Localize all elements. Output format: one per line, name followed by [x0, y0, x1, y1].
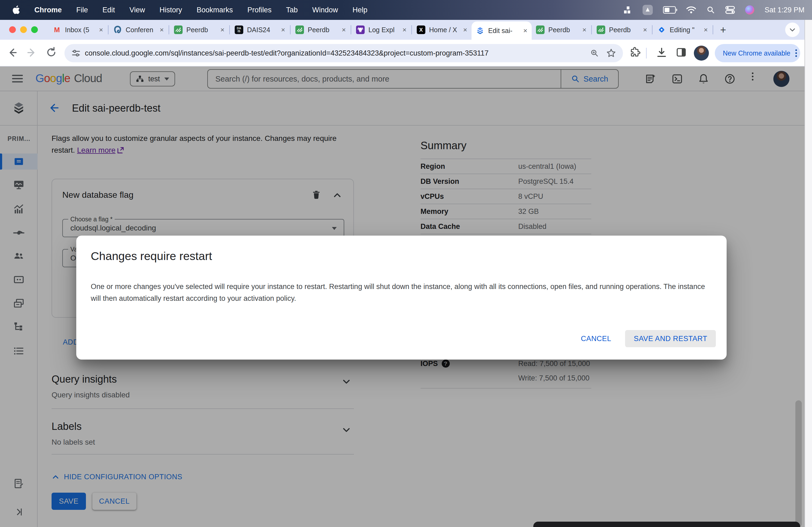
- tab-title: Edit sai-: [488, 27, 521, 35]
- browser-toolbar: console.cloud.google.com/sql/instances/s…: [0, 40, 804, 66]
- download-icon[interactable]: [656, 47, 668, 59]
- tab-title: Peerdb: [308, 26, 340, 34]
- close-window-button[interactable]: [9, 26, 16, 33]
- menu-bookmarks[interactable]: Bookmarks: [197, 6, 233, 14]
- peerdb-favicon: [597, 26, 605, 34]
- tab-inbox[interactable]: M Inbox (5 ×: [48, 20, 107, 40]
- minimize-window-button[interactable]: [20, 26, 27, 33]
- tab-close-icon[interactable]: ×: [99, 26, 103, 33]
- tab-close-icon[interactable]: ×: [582, 26, 586, 33]
- screen: Chrome File Edit View History Bookmarks …: [0, 0, 812, 527]
- control-center-icon[interactable]: [725, 6, 735, 14]
- tab-peerdb-3[interactable]: Peerdb ×: [532, 20, 591, 40]
- menu-help[interactable]: Help: [352, 6, 367, 14]
- cloud-sql-favicon: [476, 26, 484, 35]
- tab-peerdb-1[interactable]: Peerdb ×: [170, 20, 229, 40]
- tab-close-icon[interactable]: ×: [220, 26, 224, 33]
- menu-chrome[interactable]: Chrome: [34, 6, 62, 14]
- tab-close-icon[interactable]: ×: [160, 26, 164, 33]
- url-text[interactable]: console.cloud.google.com/sql/instances/s…: [85, 49, 590, 57]
- postgresql-favicon: [113, 26, 122, 34]
- tab-close-icon[interactable]: ×: [403, 26, 407, 33]
- browser-menu-kebab-icon[interactable]: [795, 49, 797, 57]
- tab-title: Editing ": [670, 26, 702, 34]
- toolbar-divider: [646, 48, 647, 59]
- macos-menu-bar: Chrome File Edit View History Bookmarks …: [0, 0, 812, 20]
- side-panel-icon[interactable]: [676, 47, 687, 58]
- tab-peerdb-4[interactable]: Peerdb ×: [592, 20, 651, 40]
- gcloud-page: Google Cloud test Search (/) for resourc…: [0, 66, 804, 527]
- save-and-restart-button[interactable]: SAVE AND RESTART: [625, 330, 716, 347]
- tab-close-icon[interactable]: ×: [704, 26, 708, 33]
- spotlight-search-icon[interactable]: [707, 6, 715, 14]
- window-controls: [9, 26, 38, 33]
- menu-tab[interactable]: Tab: [286, 6, 298, 14]
- gmail-favicon: M: [53, 26, 61, 34]
- update-pill-label: New Chrome available: [723, 49, 791, 57]
- menubar-clock[interactable]: Sat 1:29 PM: [765, 6, 804, 14]
- forward-icon[interactable]: [26, 47, 38, 59]
- tab-title: Log Expl: [368, 26, 400, 34]
- dialog-title: Changes require restart: [91, 250, 212, 263]
- bookmark-star-icon[interactable]: [606, 48, 616, 58]
- page-scrollbar[interactable]: [795, 400, 802, 527]
- menu-window[interactable]: Window: [312, 6, 338, 14]
- tab-title: Peerdb: [548, 26, 580, 34]
- wifi-icon[interactable]: [686, 6, 696, 14]
- tab-title: DAIS24: [247, 26, 279, 34]
- address-bar[interactable]: console.cloud.google.com/sql/instances/s…: [64, 44, 623, 62]
- peerdb-favicon: [174, 26, 183, 34]
- menubar-app-icon[interactable]: [642, 5, 653, 15]
- tab-log-explorer[interactable]: Log Expl ×: [352, 20, 411, 40]
- stats-blocks-icon[interactable]: [624, 6, 632, 14]
- extensions-icon[interactable]: [629, 47, 641, 58]
- menu-edit[interactable]: Edit: [103, 6, 115, 14]
- menu-file[interactable]: File: [76, 6, 88, 14]
- peerdb-favicon: [536, 26, 545, 34]
- peerdb-favicon: [295, 26, 304, 34]
- datadog-favicon: [356, 26, 365, 34]
- chrome-update-pill[interactable]: New Chrome available: [715, 44, 800, 62]
- menu-history[interactable]: History: [160, 6, 182, 14]
- tab-search-menu[interactable]: [785, 22, 800, 37]
- battery-icon[interactable]: [663, 6, 676, 14]
- tab-editing[interactable]: Editing " ×: [653, 20, 712, 40]
- zoom-icon[interactable]: [590, 49, 599, 57]
- tab-x-home[interactable]: X Home / X ×: [412, 20, 472, 40]
- x-favicon: X: [417, 26, 425, 34]
- new-tab-button[interactable]: +: [720, 24, 726, 36]
- siri-icon[interactable]: [745, 5, 754, 15]
- dais-favicon: DAIS: [235, 26, 243, 34]
- tab-strip: M Inbox (5 × Conferen × Peerdb × DAIS: [0, 20, 804, 40]
- background-window-edge: [804, 20, 812, 527]
- dialog-cancel-button[interactable]: CANCEL: [581, 335, 611, 343]
- tab-edit-instance-active[interactable]: Edit sai- ×: [472, 21, 532, 40]
- menu-view[interactable]: View: [129, 6, 145, 14]
- tab-close-icon[interactable]: ×: [281, 26, 285, 33]
- tab-conference[interactable]: Conferen ×: [109, 20, 168, 40]
- editing-diamond-favicon: [657, 26, 666, 34]
- bottom-dock-bar: [533, 522, 800, 527]
- restart-dialog: Changes require restart One or more chan…: [76, 236, 727, 360]
- dialog-body: One or more changes you've selected will…: [91, 281, 712, 304]
- zoom-window-button[interactable]: [31, 26, 38, 33]
- tab-title: Peerdb: [186, 26, 218, 34]
- tab-peerdb-2[interactable]: Peerdb ×: [291, 20, 350, 40]
- tab-dais[interactable]: DAIS DAIS24 ×: [230, 20, 289, 40]
- browser-profile-avatar[interactable]: [694, 46, 709, 61]
- tab-title: Inbox (5: [65, 26, 97, 34]
- tab-close-icon[interactable]: ×: [523, 27, 527, 34]
- tab-close-icon[interactable]: ×: [463, 26, 467, 33]
- tab-close-icon[interactable]: ×: [643, 26, 647, 33]
- menu-profiles[interactable]: Profiles: [247, 6, 272, 14]
- tab-close-icon[interactable]: ×: [342, 26, 346, 33]
- tab-title: Peerdb: [609, 26, 641, 34]
- apple-icon[interactable]: [12, 5, 20, 15]
- back-icon[interactable]: [6, 47, 18, 59]
- reload-icon[interactable]: [46, 47, 57, 58]
- site-settings-icon[interactable]: [71, 48, 81, 58]
- tab-title: Home / X: [429, 26, 461, 34]
- tab-title: Conferen: [126, 26, 158, 34]
